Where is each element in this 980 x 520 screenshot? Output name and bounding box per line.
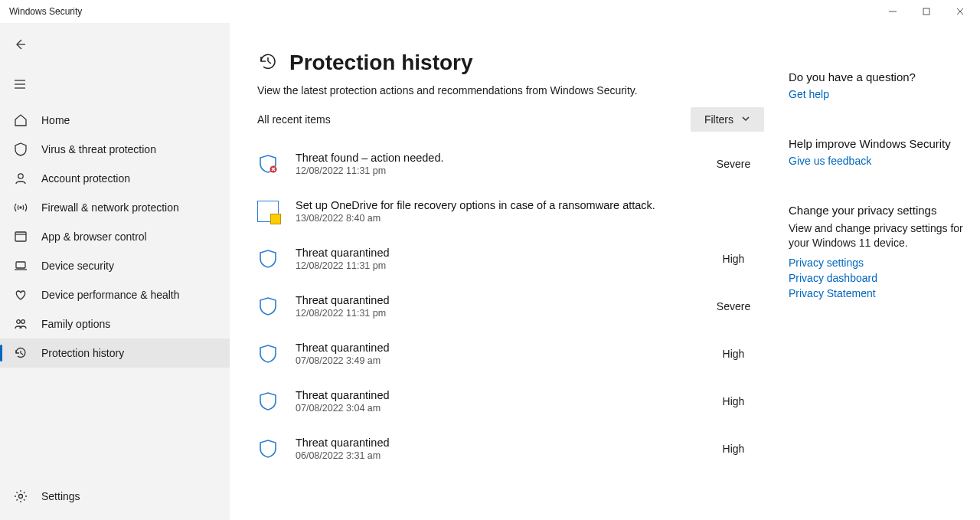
- event-severity: Severe: [703, 300, 764, 312]
- main-content: Protection history View the latest prote…: [230, 23, 789, 520]
- sidebar-item-label: App & browser control: [41, 231, 147, 243]
- privacy-desc: View and change privacy settings for you…: [789, 221, 968, 250]
- event-title: Threat found – action needed.: [296, 152, 686, 164]
- account-icon: [14, 172, 28, 185]
- home-icon: [14, 113, 28, 127]
- sidebar: Home Virus & threat protection Account p…: [0, 23, 230, 520]
- sidebar-item-label: Home: [41, 114, 70, 126]
- event-severity: High: [703, 348, 764, 360]
- sidebar-item-performance[interactable]: Device performance & health: [0, 280, 230, 309]
- event-row[interactable]: Threat quarantined06/08/2022 3:31 amHigh: [257, 437, 764, 461]
- event-severity: Severe: [703, 158, 764, 170]
- gear-icon: [14, 489, 28, 503]
- maximize-button[interactable]: [910, 0, 943, 23]
- event-row[interactable]: Set up OneDrive for file recovery option…: [257, 199, 764, 224]
- onedrive-icon: [257, 201, 279, 222]
- back-button[interactable]: [6, 31, 34, 58]
- event-severity: High: [703, 443, 764, 455]
- heart-icon: [14, 288, 28, 302]
- event-time: 07/08/2022 3:49 am: [296, 355, 686, 366]
- menu-button[interactable]: [6, 70, 34, 98]
- history-icon: [14, 346, 28, 360]
- shield-icon: [257, 343, 279, 365]
- sidebar-item-label: Settings: [41, 490, 80, 502]
- family-icon: [14, 317, 28, 331]
- sidebar-item-device-security[interactable]: Device security: [0, 251, 230, 280]
- event-title: Set up OneDrive for file recovery option…: [296, 199, 686, 211]
- privacy-heading: Change your privacy settings: [789, 204, 968, 217]
- event-time: 13/08/2022 8:40 am: [296, 213, 686, 224]
- page-title: Protection history: [289, 51, 473, 75]
- shield-icon: [257, 153, 279, 175]
- sidebar-item-label: Firewall & network protection: [41, 201, 179, 214]
- sidebar-item-app-browser[interactable]: App & browser control: [0, 222, 230, 251]
- event-time: 12/08/2022 11:31 pm: [296, 308, 686, 319]
- sidebar-item-settings[interactable]: Settings: [0, 482, 230, 511]
- event-list: Threat found – action needed.12/08/2022 …: [257, 152, 770, 461]
- svg-point-18: [19, 495, 23, 499]
- svg-rect-1: [923, 8, 929, 15]
- sidebar-item-label: Account protection: [41, 172, 130, 185]
- event-severity: High: [703, 395, 764, 407]
- sidebar-item-label: Protection history: [41, 347, 124, 359]
- privacy-dashboard-link[interactable]: Privacy dashboard: [789, 272, 968, 284]
- event-row[interactable]: Threat quarantined07/08/2022 3:04 amHigh: [257, 389, 764, 414]
- shield-icon: [14, 142, 28, 156]
- event-row[interactable]: Threat quarantined12/08/2022 11:31 pmHig…: [257, 247, 764, 271]
- improve-heading: Help improve Windows Security: [789, 137, 968, 150]
- sidebar-item-label: Virus & threat protection: [41, 143, 156, 155]
- chevron-down-icon: [741, 113, 750, 126]
- shield-icon: [257, 248, 279, 270]
- shield-icon: [257, 296, 279, 317]
- page-subtitle: View the latest protection actions and r…: [257, 84, 770, 96]
- event-title: Threat quarantined: [296, 437, 686, 449]
- svg-rect-10: [15, 232, 26, 241]
- laptop-icon: [14, 259, 28, 273]
- svg-rect-12: [16, 262, 25, 268]
- event-row[interactable]: Threat quarantined07/08/2022 3:49 amHigh: [257, 342, 764, 366]
- title-bar: Windows Security: [0, 0, 980, 23]
- feedback-link[interactable]: Give us feedback: [789, 155, 968, 167]
- sidebar-item-virus[interactable]: Virus & threat protection: [0, 135, 230, 164]
- window-title: Windows Security: [9, 6, 82, 17]
- shield-icon: [257, 391, 279, 412]
- close-button[interactable]: [943, 0, 977, 23]
- history-icon: [257, 51, 279, 75]
- sidebar-item-family[interactable]: Family options: [0, 309, 230, 338]
- filters-button[interactable]: Filters: [691, 107, 764, 132]
- minimize-button[interactable]: [876, 0, 910, 23]
- svg-point-14: [17, 320, 21, 324]
- sidebar-item-home[interactable]: Home: [0, 106, 230, 135]
- filters-label: Filters: [704, 113, 733, 126]
- app-icon: [14, 230, 28, 244]
- svg-line-20: [268, 61, 271, 64]
- event-row[interactable]: Threat quarantined12/08/2022 11:31 pmSev…: [257, 294, 764, 319]
- svg-point-8: [18, 174, 23, 178]
- sidebar-item-account[interactable]: Account protection: [0, 164, 230, 193]
- event-title: Threat quarantined: [296, 294, 686, 306]
- sidebar-item-label: Family options: [41, 318, 110, 330]
- sidebar-item-firewall[interactable]: Firewall & network protection: [0, 193, 230, 222]
- sidebar-item-label: Device performance & health: [41, 289, 180, 301]
- event-time: 06/08/2022 3:31 am: [296, 450, 686, 461]
- svg-point-15: [21, 320, 25, 324]
- event-title: Threat quarantined: [296, 247, 686, 259]
- svg-point-9: [20, 207, 21, 208]
- event-row[interactable]: Threat found – action needed.12/08/2022 …: [257, 152, 764, 176]
- sidebar-nav: Home Virus & threat protection Account p…: [0, 106, 230, 477]
- event-time: 07/08/2022 3:04 am: [296, 403, 686, 414]
- privacy-statement-link[interactable]: Privacy Statement: [789, 287, 968, 299]
- privacy-settings-link[interactable]: Privacy settings: [789, 257, 968, 269]
- event-time: 12/08/2022 11:31 pm: [296, 260, 686, 271]
- shield-icon: [257, 438, 279, 459]
- svg-line-17: [21, 353, 23, 355]
- list-heading: All recent items: [257, 113, 331, 126]
- get-help-link[interactable]: Get help: [789, 88, 968, 100]
- sidebar-item-label: Device security: [41, 260, 114, 272]
- right-panel: Do you have a question? Get help Help im…: [789, 23, 980, 520]
- help-heading: Do you have a question?: [789, 70, 968, 83]
- sidebar-item-protection-history[interactable]: Protection history: [0, 338, 230, 368]
- event-title: Threat quarantined: [296, 389, 686, 401]
- event-title: Threat quarantined: [296, 342, 686, 354]
- event-time: 12/08/2022 11:31 pm: [296, 165, 686, 176]
